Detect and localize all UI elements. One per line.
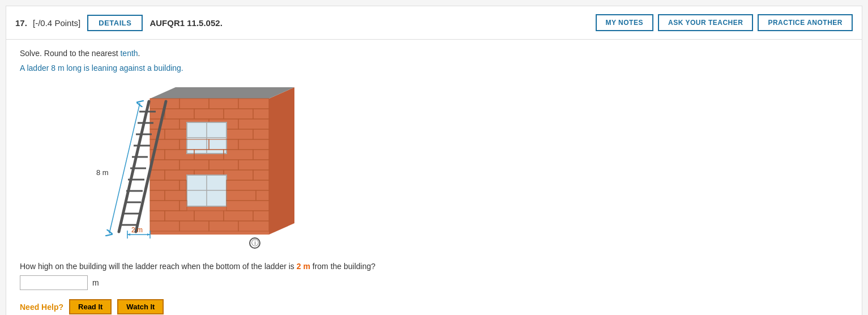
svg-text:8 m: 8 m <box>96 168 109 177</box>
building-svg: 8 m 2 m <box>76 82 303 249</box>
question-code: AUFQR1 11.5.052. <box>149 18 588 28</box>
problem-statement: A ladder 8 m long is leaning against a b… <box>20 63 848 73</box>
my-notes-button[interactable]: MY NOTES <box>596 14 653 31</box>
need-help-row: Need Help? Read It Watch It <box>20 299 848 314</box>
solve-instruction: Solve. Round to the nearest tenth. <box>20 49 848 58</box>
watch-it-button[interactable]: Watch It <box>117 299 164 314</box>
svg-text:2 m: 2 m <box>131 226 143 234</box>
need-help-label: Need Help? <box>20 303 63 312</box>
question-text: How high on the building will the ladder… <box>20 262 848 271</box>
header-buttons: MY NOTES ASK YOUR TEACHER PRACTICE ANOTH… <box>596 14 853 31</box>
ask-teacher-button[interactable]: ASK YOUR TEACHER <box>658 14 753 31</box>
read-it-button[interactable]: Read It <box>69 299 112 314</box>
answer-row: m <box>20 275 848 290</box>
question-number: 17. [-/0.4 Points] <box>15 18 80 28</box>
nearest-tenth-link[interactable]: tenth <box>120 49 138 58</box>
question-container: 17. [-/0.4 Points] DETAILS AUFQR1 11.5.0… <box>6 6 862 315</box>
details-button[interactable]: DETAILS <box>87 15 143 31</box>
unit-label: m <box>92 278 99 287</box>
svg-line-64 <box>119 101 149 232</box>
answer-input[interactable] <box>20 275 88 290</box>
practice-another-button[interactable]: PRACTICE ANOTHER <box>758 14 853 31</box>
question-body: Solve. Round to the nearest tenth. A lad… <box>6 40 862 315</box>
question-header: 17. [-/0.4 Points] DETAILS AUFQR1 11.5.0… <box>6 6 862 40</box>
svg-marker-1 <box>269 87 294 235</box>
illustration-area: 8 m 2 m ⓘ <box>20 82 314 252</box>
highlight-value: 2 m <box>297 262 310 271</box>
info-icon[interactable]: ⓘ <box>249 237 260 249</box>
svg-marker-2 <box>150 87 294 99</box>
